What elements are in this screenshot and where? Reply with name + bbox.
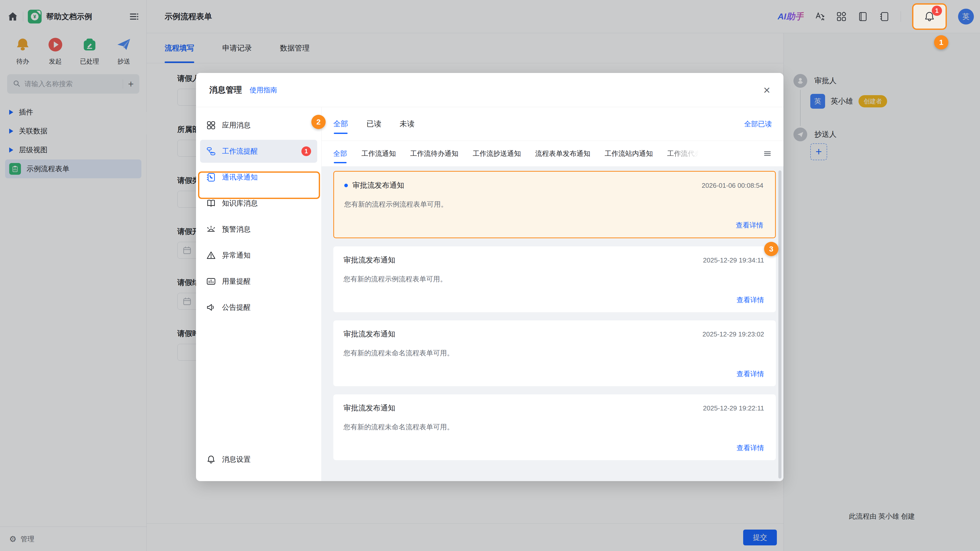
view-details-link[interactable]: 查看详情 [737,444,764,452]
view-details-link[interactable]: 查看详情 [737,370,764,378]
menu-item-label: 工作流提醒 [222,146,258,156]
type-tab-all[interactable]: 全部 [333,141,347,166]
modal-title: 消息管理 [209,84,242,96]
menu-item-label: 异常通知 [222,251,251,260]
type-tab-workflow-notice[interactable]: 工作流通知 [361,141,396,166]
message-title: 审批流发布通知 [344,329,395,339]
bell-icon [206,454,216,464]
usage-guide-link[interactable]: 使用指南 [250,86,277,95]
scrollbar[interactable] [778,170,781,478]
message-pane: 全部 已读 未读 全部已读 全部 工作流通知 工作流待办通知 工作流抄送通知 流… [321,107,783,481]
message-time: 2026-01-06 00:08:54 [702,182,763,189]
menu-item-exception-notifications[interactable]: 异常通知 [200,244,317,267]
workflow-icon [206,146,216,156]
tab-label: 工作流通知 [361,149,396,158]
modal-header: 消息管理 使用指南 × [196,73,783,107]
menu-item-contacts-notifications[interactable]: 通讯录通知 [200,166,317,189]
tab-label: 工作流待办通知 [410,149,458,158]
message-card[interactable]: 审批流发布通知 2025-12-29 19:22:11 您有新的流程未命名流程表… [333,394,776,460]
view-details-link[interactable]: 查看详情 [736,221,763,229]
open-book-icon [206,198,216,208]
message-body: 您有新的流程示例流程表单可用。 [344,200,763,209]
message-title: 审批流发布通知 [352,180,404,191]
contacts-icon [206,172,216,182]
type-tab-workflow-onsite[interactable]: 工作流站内通知 [605,141,653,166]
view-details-link[interactable]: 查看详情 [737,296,764,304]
menu-item-announcement-reminders[interactable]: 公告提醒 [200,296,317,319]
message-card[interactable]: 审批流发布通知 2025-12-29 19:34:11 您有新的流程示例流程表单… [333,246,776,312]
tab-label: 工作流站内通知 [605,149,653,158]
menu-item-workflow-reminders[interactable]: 工作流提醒 1 [200,140,317,163]
type-tab-flow-form-publish[interactable]: 流程表单发布通知 [535,141,590,166]
tab-label: 已读 [366,119,381,129]
unread-dot [344,184,348,187]
unread-count-badge: 1 [301,146,311,156]
menu-item-app-messages[interactable]: 应用消息 [200,114,317,137]
menu-item-label: 消息设置 [222,454,251,464]
tab-unread[interactable]: 未读 [400,107,414,141]
message-settings-button[interactable]: 消息设置 [200,448,317,471]
message-time: 2025-12-29 19:34:11 [703,256,764,264]
tab-read[interactable]: 已读 [366,107,381,141]
app-root: ¥ 帮助文档示例 待办 发起 [0,0,980,551]
message-title: 审批流发布通知 [344,403,395,413]
more-tabs-icon[interactable] [763,149,772,158]
mark-all-read-button[interactable]: 全部已读 [744,119,772,129]
alarm-icon [206,224,216,234]
modal-body: 应用消息 工作流提醒 1 通讯录通知 [196,107,783,481]
annotation-step-2: 2 [311,115,326,129]
menu-item-label: 应用消息 [222,121,251,130]
message-time: 2025-12-29 19:23:02 [703,330,764,338]
menu-item-warning-messages[interactable]: 预警消息 [200,218,317,241]
message-body: 您有新的流程示例流程表单可用。 [344,275,764,284]
menu-item-label: 预警消息 [222,224,251,234]
menu-item-label: 知识库消息 [222,198,258,208]
message-body: 您有新的流程未命名流程表单可用。 [344,422,764,432]
usage-gauge-icon [206,276,216,286]
apps-icon [206,121,216,130]
annotation-step-3: 3 [764,242,778,256]
message-card[interactable]: 审批流发布通知 2026-01-06 00:08:54 您有新的流程示例流程表单… [333,171,776,238]
read-status-tabs: 全部 已读 未读 全部已读 [321,107,783,141]
tab-all[interactable]: 全部 [333,107,348,141]
message-category-menu: 应用消息 工作流提醒 1 通讯录通知 [196,107,321,481]
notification-badge: 1 [932,6,942,16]
warning-triangle-icon [206,251,216,260]
tab-label: 全部 [333,119,348,129]
menu-item-label: 用量提醒 [222,276,251,286]
type-tab-workflow-delegate[interactable]: 工作流代办 [667,141,702,166]
tab-label: 流程表单发布通知 [535,149,590,158]
type-tab-workflow-cc[interactable]: 工作流抄送通知 [473,141,521,166]
tab-label: 工作流代办 [667,149,702,158]
message-card[interactable]: 审批流发布通知 2025-12-29 19:23:02 您有新的流程未命名流程表… [333,321,776,386]
tab-label: 未读 [400,119,414,129]
notification-bell-button[interactable]: 1 [912,3,947,30]
menu-item-knowledge-base[interactable]: 知识库消息 [200,192,317,215]
message-time: 2025-12-29 19:22:11 [703,404,764,412]
close-icon[interactable]: × [763,84,770,96]
message-type-tabs: 全部 工作流通知 工作流待办通知 工作流抄送通知 流程表单发布通知 工作流站内通… [321,141,783,166]
message-list: 审批流发布通知 2026-01-06 00:08:54 您有新的流程示例流程表单… [321,166,783,481]
annotation-step-1: 1 [934,35,948,49]
message-body: 您有新的流程未命名流程表单可用。 [344,348,764,358]
menu-item-label: 公告提醒 [222,303,251,312]
menu-item-label: 通讯录通知 [222,172,258,182]
tab-label: 全部 [333,149,347,158]
type-tab-workflow-todo[interactable]: 工作流待办通知 [410,141,458,166]
message-title: 审批流发布通知 [344,255,395,265]
menu-item-usage-reminders[interactable]: 用量提醒 [200,270,317,293]
message-management-modal: 消息管理 使用指南 × 应用消息 工作流提醒 1 [196,73,783,481]
tab-label: 工作流抄送通知 [473,149,521,158]
megaphone-icon [206,303,216,312]
